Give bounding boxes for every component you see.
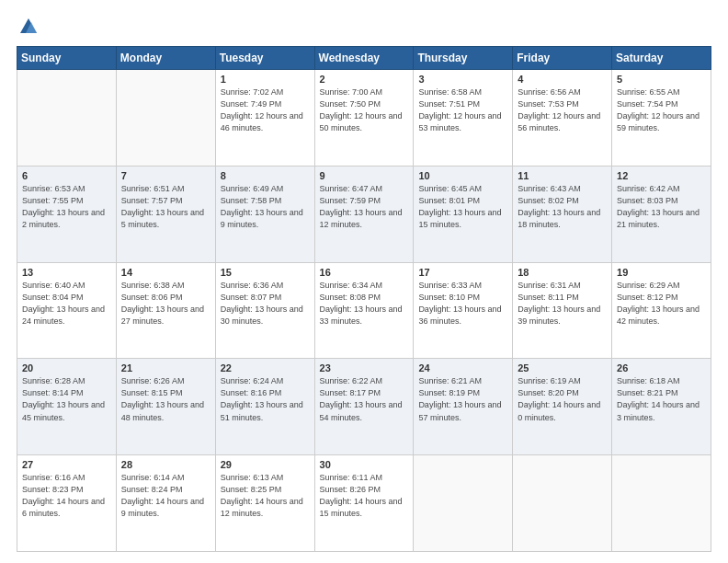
calendar-cell: 25Sunrise: 6:19 AMSunset: 8:20 PMDayligh… [513, 359, 612, 455]
calendar-cell: 3Sunrise: 6:58 AMSunset: 7:51 PMDaylight… [414, 70, 513, 167]
calendar-cell: 28Sunrise: 6:14 AMSunset: 8:24 PMDayligh… [116, 455, 215, 552]
weekday-wednesday: Wednesday [314, 47, 414, 70]
calendar-cell: 15Sunrise: 6:36 AMSunset: 8:07 PMDayligh… [215, 262, 314, 359]
day-number: 5 [617, 74, 706, 85]
calendar-cell: 21Sunrise: 6:26 AMSunset: 8:15 PMDayligh… [116, 359, 215, 455]
day-number: 20 [22, 362, 111, 373]
calendar-cell: 6Sunrise: 6:53 AMSunset: 7:55 PMDaylight… [17, 166, 117, 262]
day-info: Sunrise: 6:16 AMSunset: 8:23 PMDaylight:… [22, 472, 111, 520]
day-info: Sunrise: 6:47 AMSunset: 7:59 PMDaylight:… [320, 183, 409, 231]
calendar-cell: 2Sunrise: 7:00 AMSunset: 7:50 PMDaylight… [314, 70, 414, 167]
day-number: 13 [22, 267, 111, 278]
calendar-cell: 23Sunrise: 6:22 AMSunset: 8:17 PMDayligh… [314, 359, 414, 455]
day-info: Sunrise: 6:58 AMSunset: 7:51 PMDaylight:… [418, 86, 507, 134]
day-info: Sunrise: 6:26 AMSunset: 8:15 PMDaylight:… [121, 375, 210, 423]
weekday-tuesday: Tuesday [215, 47, 314, 70]
day-number: 9 [320, 170, 409, 181]
day-info: Sunrise: 6:53 AMSunset: 7:55 PMDaylight:… [22, 183, 111, 231]
day-number: 14 [121, 267, 210, 278]
calendar-week-row: 13Sunrise: 6:40 AMSunset: 8:04 PMDayligh… [17, 262, 711, 359]
day-info: Sunrise: 6:19 AMSunset: 8:20 PMDaylight:… [518, 375, 607, 423]
calendar-cell: 11Sunrise: 6:43 AMSunset: 8:02 PMDayligh… [513, 166, 612, 262]
day-info: Sunrise: 6:33 AMSunset: 8:10 PMDaylight:… [418, 280, 507, 327]
day-info: Sunrise: 6:55 AMSunset: 7:54 PMDaylight:… [617, 86, 706, 134]
day-number: 29 [221, 459, 310, 470]
calendar-cell: 14Sunrise: 6:38 AMSunset: 8:06 PMDayligh… [116, 262, 215, 359]
day-number: 10 [418, 170, 507, 181]
calendar-cell: 22Sunrise: 6:24 AMSunset: 8:16 PMDayligh… [215, 359, 314, 455]
day-number: 21 [121, 362, 210, 373]
calendar-cell: 30Sunrise: 6:11 AMSunset: 8:26 PMDayligh… [314, 455, 414, 552]
day-info: Sunrise: 6:38 AMSunset: 8:06 PMDaylight:… [121, 280, 210, 327]
day-number: 19 [617, 267, 706, 278]
page: SundayMondayTuesdayWednesdayThursdayFrid… [0, 0, 728, 563]
day-info: Sunrise: 7:02 AMSunset: 7:49 PMDaylight:… [221, 86, 310, 134]
day-number: 18 [518, 267, 607, 278]
day-number: 8 [221, 170, 310, 181]
day-info: Sunrise: 6:22 AMSunset: 8:17 PMDaylight:… [320, 375, 409, 423]
weekday-saturday: Saturday [612, 47, 711, 70]
calendar-cell: 17Sunrise: 6:33 AMSunset: 8:10 PMDayligh… [414, 262, 513, 359]
weekday-sunday: Sunday [17, 47, 117, 70]
weekday-monday: Monday [116, 47, 215, 70]
day-number: 25 [518, 362, 607, 373]
day-number: 23 [320, 362, 409, 373]
calendar-cell [612, 455, 711, 552]
day-info: Sunrise: 6:28 AMSunset: 8:14 PMDaylight:… [22, 375, 111, 423]
logo-icon [18, 17, 39, 37]
day-number: 15 [221, 267, 310, 278]
calendar-week-row: 20Sunrise: 6:28 AMSunset: 8:14 PMDayligh… [17, 359, 711, 455]
calendar-week-row: 1Sunrise: 7:02 AMSunset: 7:49 PMDaylight… [17, 70, 711, 167]
day-number: 22 [221, 362, 310, 373]
day-info: Sunrise: 7:00 AMSunset: 7:50 PMDaylight:… [320, 86, 409, 134]
day-info: Sunrise: 6:49 AMSunset: 7:58 PMDaylight:… [221, 183, 310, 231]
day-number: 24 [418, 362, 507, 373]
day-number: 27 [22, 459, 111, 470]
day-number: 11 [518, 170, 607, 181]
weekday-header-row: SundayMondayTuesdayWednesdayThursdayFrid… [17, 47, 711, 70]
day-number: 1 [221, 74, 310, 85]
calendar-cell: 18Sunrise: 6:31 AMSunset: 8:11 PMDayligh… [513, 262, 612, 359]
calendar-cell [414, 455, 513, 552]
weekday-thursday: Thursday [414, 47, 513, 70]
calendar-cell: 1Sunrise: 7:02 AMSunset: 7:49 PMDaylight… [215, 70, 314, 167]
day-info: Sunrise: 6:18 AMSunset: 8:21 PMDaylight:… [617, 375, 706, 423]
day-number: 2 [320, 74, 409, 85]
day-number: 7 [121, 170, 210, 181]
day-info: Sunrise: 6:40 AMSunset: 8:04 PMDaylight:… [22, 280, 111, 327]
calendar-cell: 19Sunrise: 6:29 AMSunset: 8:12 PMDayligh… [612, 262, 711, 359]
day-number: 26 [617, 362, 706, 373]
day-number: 12 [617, 170, 706, 181]
calendar-cell: 12Sunrise: 6:42 AMSunset: 8:03 PMDayligh… [612, 166, 711, 262]
day-info: Sunrise: 6:51 AMSunset: 7:57 PMDaylight:… [121, 183, 210, 231]
day-info: Sunrise: 6:31 AMSunset: 8:11 PMDaylight:… [518, 280, 607, 327]
calendar-cell: 26Sunrise: 6:18 AMSunset: 8:21 PMDayligh… [612, 359, 711, 455]
calendar-cell: 13Sunrise: 6:40 AMSunset: 8:04 PMDayligh… [17, 262, 117, 359]
day-number: 6 [22, 170, 111, 181]
calendar-cell: 29Sunrise: 6:13 AMSunset: 8:25 PMDayligh… [215, 455, 314, 552]
day-info: Sunrise: 6:42 AMSunset: 8:03 PMDaylight:… [617, 183, 706, 231]
day-number: 30 [320, 459, 409, 470]
weekday-friday: Friday [513, 47, 612, 70]
calendar-cell: 4Sunrise: 6:56 AMSunset: 7:53 PMDaylight… [513, 70, 612, 167]
calendar-cell: 9Sunrise: 6:47 AMSunset: 7:59 PMDaylight… [314, 166, 414, 262]
day-number: 16 [320, 267, 409, 278]
calendar-cell: 10Sunrise: 6:45 AMSunset: 8:01 PMDayligh… [414, 166, 513, 262]
header [17, 17, 711, 37]
day-info: Sunrise: 6:45 AMSunset: 8:01 PMDaylight:… [418, 183, 507, 231]
day-number: 28 [121, 459, 210, 470]
calendar-cell [116, 70, 215, 167]
day-info: Sunrise: 6:36 AMSunset: 8:07 PMDaylight:… [221, 280, 310, 327]
logo [17, 17, 39, 37]
day-info: Sunrise: 6:13 AMSunset: 8:25 PMDaylight:… [221, 472, 310, 520]
calendar-cell [17, 70, 117, 167]
day-number: 3 [418, 74, 507, 85]
day-info: Sunrise: 6:11 AMSunset: 8:26 PMDaylight:… [320, 472, 409, 520]
day-info: Sunrise: 6:21 AMSunset: 8:19 PMDaylight:… [418, 375, 507, 423]
day-info: Sunrise: 6:56 AMSunset: 7:53 PMDaylight:… [518, 86, 607, 134]
calendar-cell: 8Sunrise: 6:49 AMSunset: 7:58 PMDaylight… [215, 166, 314, 262]
calendar-cell: 27Sunrise: 6:16 AMSunset: 8:23 PMDayligh… [17, 455, 117, 552]
day-info: Sunrise: 6:29 AMSunset: 8:12 PMDaylight:… [617, 280, 706, 327]
calendar-cell: 24Sunrise: 6:21 AMSunset: 8:19 PMDayligh… [414, 359, 513, 455]
day-info: Sunrise: 6:43 AMSunset: 8:02 PMDaylight:… [518, 183, 607, 231]
